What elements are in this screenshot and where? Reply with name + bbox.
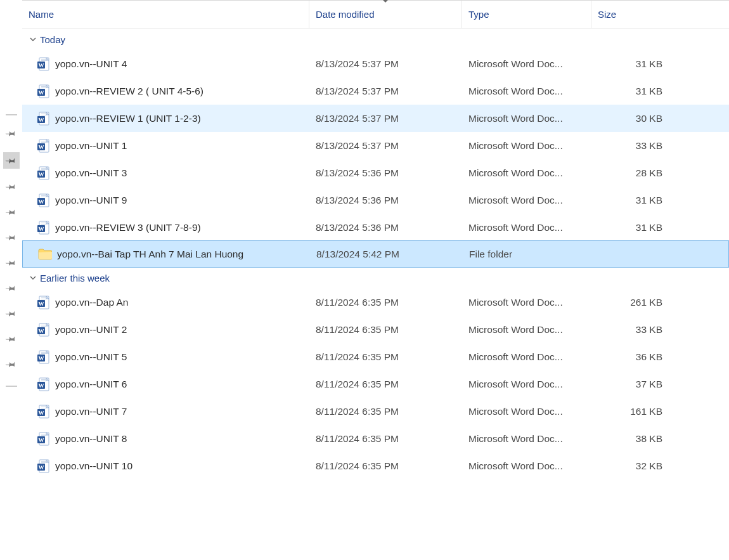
- word-doc-icon: W: [37, 377, 50, 392]
- svg-text:W: W: [39, 226, 44, 232]
- word-doc-icon: W: [37, 220, 50, 235]
- file-row[interactable]: W yopo.vn--UNIT 68/11/2024 6:35 PMMicros…: [22, 370, 729, 398]
- svg-text:W: W: [39, 171, 44, 178]
- cell-size: 161 KB: [591, 406, 680, 417]
- cell-date: 8/11/2024 6:35 PM: [309, 324, 462, 335]
- cell-date: 8/13/2024 5:37 PM: [309, 86, 462, 97]
- cell-size: 37 KB: [591, 379, 680, 390]
- pin-icon[interactable]: [3, 231, 19, 247]
- svg-text:W: W: [39, 382, 44, 389]
- file-name: yopo.vn--UNIT 3: [55, 167, 127, 179]
- cell-size: 31 KB: [591, 195, 680, 206]
- file-row[interactable]: W yopo.vn--UNIT 58/11/2024 6:35 PMMicros…: [22, 343, 729, 370]
- pin-icon[interactable]: [3, 180, 19, 196]
- file-name: yopo.vn--REVIEW 2 ( UNIT 4-5-6): [55, 86, 203, 97]
- file-name: yopo.vn--UNIT 5: [55, 351, 127, 363]
- cell-date: 8/13/2024 5:36 PM: [309, 167, 462, 179]
- sort-desc-icon: [382, 0, 389, 3]
- file-list[interactable]: Today W yopo.vn--UNIT 48/13/2024 5:37 PM…: [22, 29, 729, 560]
- folder-icon: [38, 249, 52, 260]
- cell-name: yopo.vn--Bai Tap TH Anh 7 Mai Lan Huong: [23, 249, 310, 260]
- cell-type: Microsoft Word Doc...: [462, 460, 591, 472]
- cell-name: W yopo.vn--REVIEW 2 ( UNIT 4-5-6): [22, 84, 309, 99]
- cell-date: 8/13/2024 5:37 PM: [309, 140, 462, 152]
- pin-icon[interactable]: [3, 152, 20, 169]
- cell-type: Microsoft Word Doc...: [462, 58, 591, 70]
- group-label: Earlier this week: [40, 273, 110, 283]
- file-row[interactable]: W yopo.vn--UNIT 88/11/2024 6:35 PMMicros…: [22, 425, 729, 452]
- file-row[interactable]: W yopo.vn--UNIT 28/11/2024 6:35 PMMicros…: [22, 316, 729, 343]
- cell-date: 8/13/2024 5:42 PM: [310, 249, 463, 260]
- pin-icon[interactable]: [3, 256, 19, 272]
- file-name: yopo.vn--Dap An: [55, 297, 128, 308]
- column-label: Type: [468, 9, 489, 20]
- word-doc-icon: W: [37, 349, 50, 365]
- column-header-name[interactable]: Name: [22, 1, 309, 28]
- word-doc-icon: W: [37, 295, 50, 310]
- cell-size: 33 KB: [591, 324, 680, 335]
- pin-icon[interactable]: [3, 358, 19, 374]
- file-row[interactable]: W yopo.vn--UNIT 98/13/2024 5:36 PMMicros…: [22, 186, 729, 214]
- file-name: yopo.vn--UNIT 9: [55, 195, 127, 206]
- file-name: yopo.vn--UNIT 1: [55, 140, 127, 152]
- file-row[interactable]: W yopo.vn--REVIEW 2 ( UNIT 4-5-6)8/13/20…: [22, 77, 729, 105]
- column-header-date[interactable]: Date modified: [309, 1, 462, 28]
- pin-icon[interactable]: [3, 332, 19, 348]
- pin-icon[interactable]: [3, 282, 19, 297]
- word-doc-icon: W: [37, 166, 50, 181]
- file-name: yopo.vn--UNIT 6: [55, 379, 127, 390]
- group-label: Today: [40, 34, 65, 45]
- cell-type: Microsoft Word Doc...: [462, 433, 591, 445]
- file-row[interactable]: W yopo.vn--UNIT 18/13/2024 5:37 PMMicros…: [22, 132, 729, 159]
- cell-type: Microsoft Word Doc...: [462, 351, 591, 363]
- cell-size: 36 KB: [591, 351, 680, 363]
- word-doc-icon: W: [37, 193, 50, 208]
- file-name: yopo.vn--REVIEW 1 (UNIT 1-2-3): [55, 113, 201, 124]
- svg-text:W: W: [39, 89, 44, 96]
- file-row[interactable]: W yopo.vn--REVIEW 3 (UNIT 7-8-9)8/13/202…: [22, 214, 729, 241]
- file-name: yopo.vn--UNIT 10: [55, 460, 132, 472]
- cell-date: 8/11/2024 6:35 PM: [309, 406, 462, 417]
- svg-text:W: W: [39, 117, 44, 123]
- pin-icon[interactable]: [3, 205, 19, 221]
- cell-type: Microsoft Word Doc...: [462, 406, 591, 417]
- cell-type: Microsoft Word Doc...: [462, 195, 591, 206]
- word-doc-icon: W: [37, 431, 50, 446]
- file-row[interactable]: W yopo.vn--REVIEW 1 (UNIT 1-2-3)8/13/202…: [22, 105, 729, 132]
- file-row[interactable]: W yopo.vn--UNIT 38/13/2024 5:36 PMMicros…: [22, 159, 729, 186]
- column-header-size[interactable]: Size: [591, 1, 680, 28]
- file-name: yopo.vn--REVIEW 3 (UNIT 7-8-9): [55, 222, 201, 233]
- cell-type: File folder: [463, 249, 592, 260]
- word-doc-icon: W: [37, 111, 50, 126]
- nav-separator: [6, 114, 17, 115]
- cell-name: W yopo.vn--REVIEW 1 (UNIT 1-2-3): [22, 111, 309, 126]
- svg-text:W: W: [39, 301, 44, 307]
- cell-size: 33 KB: [591, 140, 680, 152]
- column-label: Name: [29, 9, 54, 20]
- file-name: yopo.vn--Bai Tap TH Anh 7 Mai Lan Huong: [57, 249, 243, 260]
- cell-date: 8/13/2024 5:36 PM: [309, 195, 462, 206]
- file-row[interactable]: W yopo.vn--UNIT 48/13/2024 5:37 PMMicros…: [22, 50, 729, 77]
- cell-name: W yopo.vn--UNIT 7: [22, 404, 309, 419]
- cell-name: W yopo.vn--UNIT 5: [22, 349, 309, 365]
- svg-text:W: W: [39, 355, 44, 361]
- file-row[interactable]: W yopo.vn--UNIT 78/11/2024 6:35 PMMicros…: [22, 398, 729, 425]
- svg-text:W: W: [39, 464, 44, 471]
- pin-icon[interactable]: [3, 127, 19, 143]
- file-list-pane: Name Date modified Type Size Today W yop…: [22, 0, 729, 560]
- svg-text:W: W: [39, 437, 44, 443]
- file-name: yopo.vn--UNIT 2: [55, 324, 127, 335]
- svg-text:W: W: [39, 328, 44, 334]
- word-doc-icon: W: [37, 459, 50, 474]
- file-name: yopo.vn--UNIT 4: [55, 58, 127, 70]
- word-doc-icon: W: [37, 404, 50, 419]
- column-header-type[interactable]: Type: [462, 1, 591, 28]
- word-doc-icon: W: [37, 138, 50, 153]
- column-headers: Name Date modified Type Size: [22, 1, 729, 29]
- file-row[interactable]: W yopo.vn--UNIT 108/11/2024 6:35 PMMicro…: [22, 452, 729, 479]
- folder-row[interactable]: yopo.vn--Bai Tap TH Anh 7 Mai Lan Huong8…: [22, 240, 729, 268]
- group-header[interactable]: Today: [22, 29, 729, 50]
- file-row[interactable]: W yopo.vn--Dap An8/11/2024 6:35 PMMicros…: [22, 289, 729, 316]
- group-header[interactable]: Earlier this week: [22, 267, 729, 289]
- pin-icon[interactable]: [3, 307, 19, 323]
